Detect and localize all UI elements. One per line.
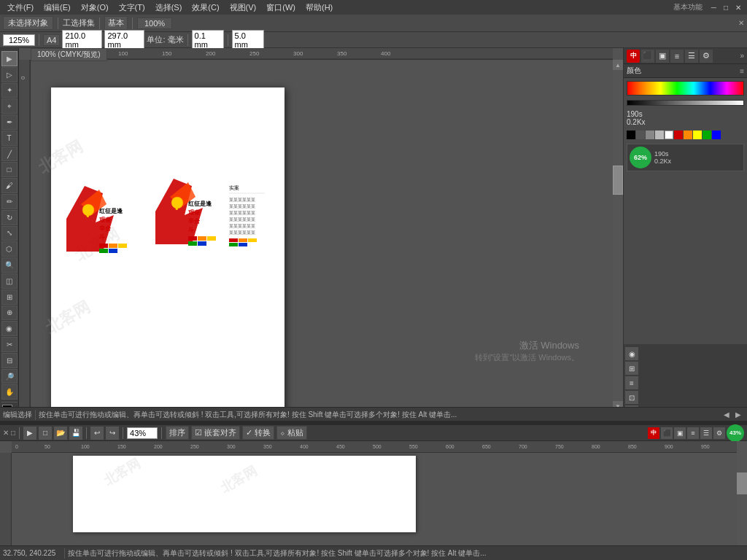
lower-close[interactable]: ✕ [3, 429, 9, 437]
status-bar-upper: 编辑选择 按住单击可进行拖动或编辑、再单击可选转或倾斜 ! 双击工具,可选择所有… [0, 407, 747, 421]
lt-paste[interactable]: ⬦ 粘贴 [276, 426, 307, 440]
swatch[interactable] [703, 131, 711, 139]
menu-select[interactable]: 选择(S) [151, 1, 187, 15]
color-spectrum[interactable] [627, 81, 744, 96]
select-tool[interactable]: ▶ [1, 51, 18, 66]
tb2-page[interactable]: A4 [43, 34, 60, 46]
menu-text[interactable]: 文字(T) [115, 1, 150, 15]
lt-open[interactable]: 📂 [54, 427, 67, 440]
lt-ri-3[interactable]: ▣ [674, 427, 686, 439]
menu-help[interactable]: 帮助(H) [301, 1, 337, 15]
right-icon-2[interactable]: ⊞ [625, 362, 638, 375]
menu-file[interactable]: 文件(F) [3, 1, 38, 15]
color-panel-options[interactable]: ≡ [740, 67, 744, 75]
shape-builder-tool[interactable]: ⊕ [1, 306, 18, 321]
lasso-tool[interactable]: ⌖ [1, 98, 18, 114]
panel-icon-3[interactable]: ▣ [656, 50, 669, 63]
lt-ri-2[interactable]: ⬛ [661, 427, 673, 439]
lt-zoom-select[interactable]: 43% [127, 427, 158, 439]
lt-ri-1[interactable]: 中 [648, 427, 659, 439]
tb2-height[interactable]: 297.0 mm [104, 30, 144, 50]
artboard-tool[interactable]: ⊟ [1, 353, 18, 368]
pager-right[interactable]: ▶ [732, 411, 744, 419]
panel-icon-5[interactable]: ☰ [685, 50, 698, 63]
rect-tool[interactable]: □ [1, 162, 18, 177]
right-icon-3[interactable]: ≡ [625, 376, 638, 389]
rotate-tool[interactable]: ↻ [1, 210, 18, 225]
menu-window[interactable]: 窗口(W) [262, 1, 300, 15]
pencil-tool[interactable]: ✏ [1, 194, 18, 209]
lt-arrange[interactable]: 排序 [166, 426, 189, 440]
tb2-offset[interactable]: 5.0 mm [232, 30, 264, 50]
pen-tool[interactable]: ✒ [1, 114, 18, 130]
color-values: 190s 0.2Kx [624, 107, 747, 129]
blend-tool[interactable]: ⬡ [1, 241, 18, 257]
svg-text:550: 550 [409, 444, 418, 449]
swatch[interactable] [627, 131, 635, 139]
eyedropper-tool[interactable]: 🔍 [1, 257, 18, 273]
lt-ri-5[interactable]: ☰ [700, 427, 712, 439]
gradient-tool[interactable]: ◫ [1, 273, 18, 289]
line-tool[interactable]: ╱ [1, 147, 18, 162]
lower-percentage-badge: 43% [727, 424, 744, 442]
scrollbar-vertical[interactable]: ▲ ▼ [613, 60, 623, 411]
tb2-step[interactable]: 0.1 mm [192, 30, 224, 50]
panel-icon-2[interactable]: ⬛ [641, 50, 654, 63]
swatch[interactable] [712, 131, 721, 139]
lt-ri-6[interactable]: ⚙ [713, 427, 725, 439]
panel-icon-4[interactable]: ≡ [670, 50, 684, 63]
swatch[interactable] [684, 131, 692, 139]
pager-left[interactable]: ◀ [721, 411, 732, 419]
swatch[interactable] [693, 131, 702, 139]
panel-icon-1[interactable]: 中 [627, 50, 640, 63]
svg-rect-22 [99, 244, 108, 248]
window-maximize[interactable]: □ [721, 4, 731, 12]
panel-expand[interactable]: » [740, 52, 744, 60]
lt-transform[interactable]: ☑ 嵌套对齐 [191, 426, 240, 440]
menu-effect[interactable]: 效果(C) [187, 1, 223, 15]
menu-object[interactable]: 对象(O) [77, 1, 113, 15]
magic-wand-tool[interactable]: ✦ [1, 83, 18, 98]
zoom-tool[interactable]: 🔎 [1, 369, 18, 384]
lt-redo[interactable]: ↪ [106, 427, 119, 440]
menu-view[interactable]: 视图(V) [225, 1, 261, 15]
right-icon-4[interactable]: ⊡ [625, 391, 638, 404]
direct-select-tool[interactable]: ▷ [1, 67, 18, 82]
hand-tool[interactable]: ✋ [1, 384, 18, 400]
text-tool[interactable]: T [1, 131, 18, 146]
paintbrush-tool[interactable]: 🖌 [1, 178, 18, 193]
svg-rect-54 [239, 243, 247, 246]
swatch[interactable] [665, 131, 673, 139]
lt-ri-4[interactable]: ≡ [687, 427, 699, 439]
window-minimize[interactable]: ─ [708, 4, 719, 12]
menu-edit[interactable]: 编辑(E) [39, 1, 75, 15]
toolbar-close[interactable]: ✕ [738, 19, 744, 27]
right-icon-1[interactable]: ◉ [625, 347, 638, 360]
scissors-tool[interactable]: ✂ [1, 337, 18, 352]
pane-splitter[interactable] [0, 421, 747, 423]
document-tab[interactable]: 100% (CMYK/预览) [31, 48, 107, 61]
symbol-tool[interactable]: ◉ [1, 321, 18, 336]
window-close[interactable]: ✕ [732, 4, 744, 12]
lt-export[interactable]: ✓ 转换 [242, 426, 274, 440]
mode-dropdown[interactable]: 基本 [104, 16, 128, 30]
svg-rect-37 [188, 236, 197, 241]
swatch[interactable] [674, 131, 683, 139]
lt-new[interactable]: □ [39, 427, 52, 440]
panel-icon-6[interactable]: ⚙ [700, 50, 713, 63]
svg-text:350: 350 [263, 444, 272, 449]
swatch[interactable] [646, 131, 654, 139]
mesh-tool[interactable]: ⊞ [1, 289, 18, 305]
gray-spectrum[interactable] [627, 100, 744, 106]
swatch[interactable] [655, 131, 664, 139]
lt-save[interactable]: 💾 [69, 427, 82, 440]
tb2-width[interactable]: 210.0 mm [62, 30, 102, 50]
lt-undo[interactable]: ↩ [90, 427, 104, 440]
lt-select[interactable]: ▶ [23, 427, 36, 440]
lower-scrollbar-v[interactable] [737, 441, 747, 545]
swatch[interactable] [636, 131, 645, 139]
lower-restore[interactable]: □ [11, 429, 15, 437]
scale-tool[interactable]: ⤡ [1, 226, 18, 241]
tb2-zoom[interactable]: 125% [3, 34, 35, 46]
zoom-level[interactable]: 100% [137, 18, 172, 29]
